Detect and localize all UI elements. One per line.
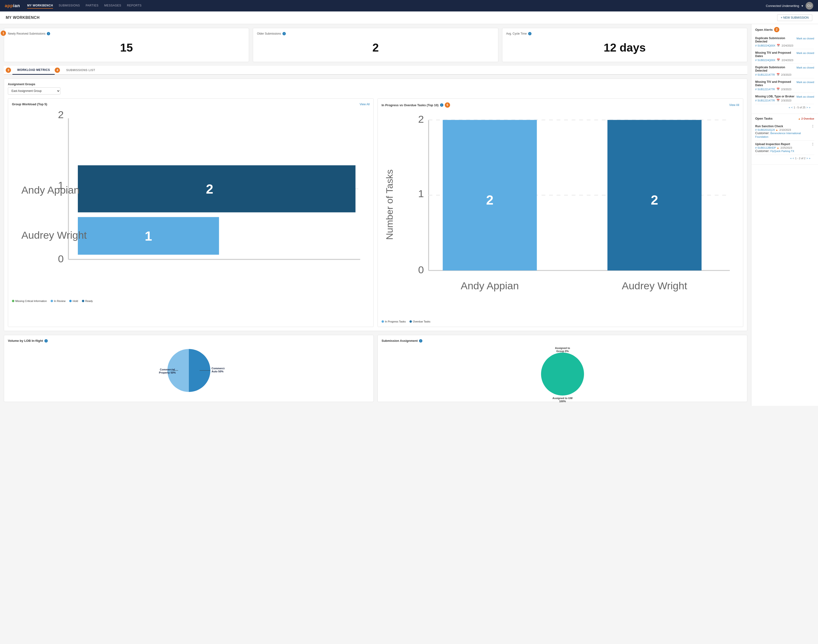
nav-dropdown-arrow[interactable]: ▾ (801, 4, 803, 8)
in-progress-title: In Progress vs Overdue Tasks (Top 10) (382, 103, 439, 107)
in-progress-header: In Progress vs Overdue Tasks (Top 10) i … (382, 103, 739, 108)
newly-received-label: Newly Received Submissions i 1 (8, 32, 245, 35)
alert-4-mark-closed[interactable]: Mark as closed (797, 81, 814, 84)
avg-cycle-info-icon[interactable]: i (528, 32, 531, 35)
alert-4-date: 2/3/2023 (781, 88, 792, 91)
svg-text:2: 2 (58, 109, 64, 120)
page-header: MY WORKBENCH + NEW SUBMISSION (0, 11, 818, 24)
svg-text:Assigned to UW: Assigned to UW (552, 397, 572, 400)
task-2-menu[interactable]: ⋮ (811, 143, 814, 146)
app-logo: appian (5, 3, 20, 8)
main-layout: Newly Received Submissions i 1 15 Older … (0, 24, 818, 406)
legend-hold: Hold (69, 299, 78, 302)
avatar: CU (806, 2, 813, 9)
alerts-next-page[interactable]: > (806, 106, 808, 109)
svg-text:Group 0%: Group 0% (556, 350, 569, 353)
legend-in-review: In Review (51, 299, 65, 302)
svg-text:100%: 100% (559, 400, 566, 403)
in-progress-title-wrap: In Progress vs Overdue Tasks (Top 10) i … (382, 103, 450, 108)
alert-1-mark-closed[interactable]: Mark as closed (797, 37, 814, 40)
alerts-first-page[interactable]: « (789, 106, 790, 109)
older-submissions-label: Older Submissions i (257, 32, 494, 35)
tab-workload-metrics[interactable]: WORKLOAD METRICS (12, 66, 55, 75)
task-1-link[interactable]: # SUB0203JQJ4 (755, 129, 775, 131)
nav-links: MY WORKBENCH SUBMISSIONS PARTIES MESSAGE… (27, 3, 766, 9)
open-alerts-badge: 2 (774, 27, 779, 32)
in-progress-info-icon[interactable]: i (440, 103, 444, 107)
submissions-tab-badge: 4 (55, 67, 60, 73)
alert-1-date-icon: 📅 (777, 44, 780, 47)
alert-1-link[interactable]: # SUB0224Q00X (755, 44, 775, 47)
task-1-customer: Customer: Benevolence International Foun… (755, 131, 814, 138)
tasks-prev-page[interactable]: < (793, 157, 794, 160)
submission-assignment-card: Submission Assignment i Assigned to Grou… (378, 335, 747, 402)
sidebar: Open Alerts 2 Duplicate Submission Detec… (751, 24, 818, 406)
alert-1-title: Duplicate Submission Detected (755, 37, 797, 43)
task-2-customer-link[interactable]: FlyQuick Parking TX (770, 150, 794, 153)
tasks-page-text: 1 - 2 of 2 (795, 157, 805, 160)
alerts-page-text: 1 - 5 of 25 (793, 106, 806, 109)
alert-row-1: Duplicate Submission Detected # SUB0224Q… (755, 37, 814, 47)
avg-cycle-value: 12 days (506, 37, 743, 58)
alert-item-3: Duplicate Submission Detected # SUB12214… (755, 64, 814, 78)
nav-parties[interactable]: PARTIES (86, 3, 98, 9)
alert-5-meta: # SUB1221477R 📅 2/3/2023 (755, 99, 794, 102)
svg-text:Commercial: Commercial (160, 368, 175, 371)
task-item-1: Run Sanction Check ⋮ # SUB0203JQJ4 ▲ 2/1… (755, 123, 814, 141)
alerts-last-page[interactable]: » (809, 106, 810, 109)
alert-2-mark-closed[interactable]: Mark as closed (797, 52, 814, 54)
alert-4-date-icon: 📅 (777, 87, 780, 91)
svg-text:2: 2 (206, 182, 213, 196)
svg-text:Andy Appian: Andy Appian (461, 280, 519, 291)
alert-1-content: Duplicate Submission Detected # SUB0224Q… (755, 37, 797, 47)
task-2-link[interactable]: # SUB0112BHDP (755, 146, 776, 149)
tasks-next-page[interactable]: > (806, 157, 808, 160)
task-1-menu[interactable]: ⋮ (811, 124, 814, 128)
group-workload-legend: Missing Critical Information In Review H… (12, 299, 370, 302)
newly-received-value: 15 (8, 37, 245, 58)
alert-5-mark-closed[interactable]: Mark as closed (797, 95, 814, 98)
submission-assignment-info-icon[interactable]: i (419, 339, 422, 342)
page-title: MY WORKBENCH (6, 15, 40, 20)
submission-assignment-title: Submission Assignment (382, 339, 417, 342)
svg-text:Audrey Wright: Audrey Wright (21, 229, 87, 241)
volume-lob-title: Volume by LOB In-flight (8, 339, 43, 342)
svg-text:1: 1 (145, 228, 152, 244)
assignment-group-select[interactable]: East Assignment Group (8, 87, 60, 95)
alert-item-2: Missing TIV and Proposed Dates # SUB0224… (755, 49, 814, 64)
tab-submissions-list[interactable]: SUBMISSIONS LIST (61, 66, 100, 74)
nav-submissions[interactable]: SUBMISSIONS (59, 3, 80, 9)
nav-reports[interactable]: REPORTS (127, 3, 141, 9)
alert-row-5: Missing LOB, Type or Broker # SUB1221477… (755, 95, 814, 102)
alert-4-link[interactable]: # SUB1221477R (755, 88, 775, 91)
alert-5-content: Missing LOB, Type or Broker # SUB1221477… (755, 95, 794, 102)
volume-lob-info-icon[interactable]: i (45, 339, 48, 342)
alert-2-date-icon: 📅 (777, 58, 780, 61)
tasks-last-page[interactable]: » (809, 157, 810, 160)
task-2-title: Upload Inspection Report (755, 143, 790, 146)
alert-3-link[interactable]: # SUB1221477R (755, 73, 775, 76)
older-submissions-card: Older Submissions i 2 (253, 28, 498, 62)
svg-text:Assigned to: Assigned to (555, 347, 570, 350)
in-progress-view-all[interactable]: View All (729, 103, 739, 107)
new-submission-button[interactable]: + NEW SUBMISSION (777, 14, 812, 21)
newly-received-info-icon[interactable]: i (47, 32, 50, 35)
bottom-charts: Volume by LOB In-flight i Commercial Pro… (4, 335, 747, 402)
group-workload-header: Group Workload (Top 5) View All (12, 103, 370, 106)
alert-3-mark-closed[interactable]: Mark as closed (797, 66, 814, 69)
alert-4-content: Missing TIV and Proposed Dates # SUB1221… (755, 80, 797, 91)
nav-messages[interactable]: MESSAGES (104, 3, 121, 9)
charts-grid: Group Workload (Top 5) View All 2 (8, 98, 743, 327)
older-info-icon[interactable]: i (282, 32, 286, 35)
tasks-first-page[interactable]: « (790, 157, 792, 160)
alert-2-link[interactable]: # SUB0224Q00X (755, 59, 775, 61)
group-workload-view-all[interactable]: View All (359, 103, 370, 106)
alerts-prev-page[interactable]: < (791, 106, 792, 109)
open-tasks-section: Open Tasks ▲ 2 Overdue Run Sanction Chec… (751, 114, 818, 165)
nav-my-workbench[interactable]: MY WORKBENCH (27, 3, 53, 9)
alert-2-date: 2/24/2023 (781, 59, 793, 61)
overdue-badge: ▲ 2 Overdue (798, 117, 814, 120)
alert-5-link[interactable]: # SUB1221477R (755, 99, 775, 102)
alert-item-5: Missing LOB, Type or Broker # SUB1221477… (755, 93, 814, 104)
bar-andy (78, 166, 356, 212)
